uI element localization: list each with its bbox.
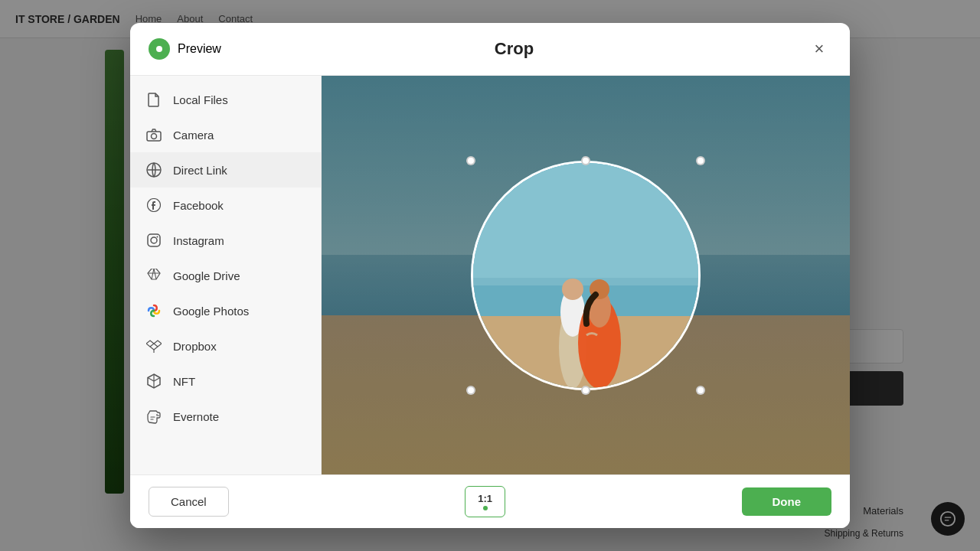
direct-link-label: Direct Link <box>173 164 227 177</box>
crop-area[interactable] <box>322 76 850 474</box>
couple-scene <box>473 163 698 388</box>
evernote-label: Evernote <box>173 410 219 423</box>
google-drive-label: Google Drive <box>173 269 240 282</box>
facebook-label: Facebook <box>173 199 224 212</box>
handle-bottom-left[interactable] <box>466 386 475 395</box>
header-left: Preview <box>149 38 221 60</box>
instagram-icon <box>145 232 162 249</box>
file-icon <box>145 91 162 108</box>
close-button[interactable]: × <box>807 37 831 61</box>
sidebar-item-evernote[interactable]: Evernote <box>130 399 321 434</box>
modal-title: Crop <box>495 39 534 59</box>
content-area <box>322 76 850 474</box>
evernote-icon <box>145 408 162 425</box>
sidebar-item-camera[interactable]: Camera <box>130 117 321 152</box>
svg-point-7 <box>157 236 158 238</box>
handle-bottom-center[interactable] <box>581 386 590 395</box>
svg-point-2 <box>152 133 157 139</box>
google-photos-label: Google Photos <box>173 305 249 318</box>
sidebar-item-dropbox[interactable]: Dropbox <box>130 328 321 364</box>
ratio-button[interactable]: 1:1 <box>465 486 505 517</box>
crop-circle-container[interactable] <box>471 161 701 390</box>
dropbox-label: Dropbox <box>173 340 217 353</box>
handle-top-left[interactable] <box>466 156 475 165</box>
sidebar-item-instagram[interactable]: Instagram <box>130 223 321 258</box>
sidebar-item-nft[interactable]: NFT <box>130 364 321 399</box>
sidebar-item-local-files[interactable]: Local Files <box>130 82 321 117</box>
sidebar-item-direct-link[interactable]: Direct Link <box>130 152 321 187</box>
cancel-button[interactable]: Cancel <box>149 487 229 517</box>
photos-icon <box>145 302 162 319</box>
preview-indicator <box>149 38 170 60</box>
camera-label: Camera <box>173 129 214 142</box>
sidebar-item-google-photos[interactable]: Google Photos <box>130 293 321 328</box>
sidebar: Local Files Camera <box>130 76 322 474</box>
ratio-label: 1:1 <box>478 493 492 504</box>
link-icon <box>145 161 162 178</box>
preview-label: Preview <box>178 42 221 56</box>
ratio-dot <box>483 506 488 510</box>
handle-top-right[interactable] <box>696 156 705 165</box>
svg-rect-5 <box>148 234 160 246</box>
modal-footer: Cancel 1:1 Done <box>130 474 850 528</box>
local-files-label: Local Files <box>173 93 228 106</box>
modal-body: Local Files Camera <box>130 76 850 474</box>
modal-overlay: Preview Crop × Local Files <box>0 0 980 551</box>
crop-circle <box>471 161 701 390</box>
handle-top-center[interactable] <box>581 156 590 165</box>
dropbox-icon <box>145 337 162 354</box>
crop-modal: Preview Crop × Local Files <box>130 23 850 528</box>
drive-icon <box>145 267 162 284</box>
sidebar-item-google-drive[interactable]: Google Drive <box>130 258 321 293</box>
done-button[interactable]: Done <box>742 487 832 516</box>
instagram-label: Instagram <box>173 234 224 247</box>
nft-icon <box>145 373 162 390</box>
svg-point-14 <box>562 279 583 300</box>
camera-icon <box>145 126 162 143</box>
nft-label: NFT <box>173 375 195 388</box>
handle-bottom-right[interactable] <box>696 386 705 395</box>
modal-header: Preview Crop × <box>130 23 850 76</box>
svg-point-6 <box>151 237 157 243</box>
facebook-icon <box>145 197 162 214</box>
svg-rect-9 <box>473 163 698 278</box>
sidebar-item-facebook[interactable]: Facebook <box>130 187 321 223</box>
